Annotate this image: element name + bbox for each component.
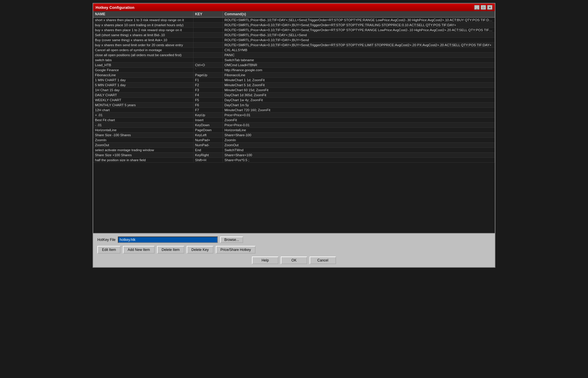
cell-command: ROUTE=SMRTL;Price=Ask+0.10;TIF=DAY+;BUY=… [223, 43, 495, 48]
column-header-command: Command(s) [223, 11, 495, 17]
cell-name: 1H Chart 15 day [93, 88, 193, 93]
table-row[interactable]: Load_HTBCtrl+OOMCmd LoadHTBNR [93, 63, 495, 68]
column-header-key: KEY [193, 11, 223, 17]
table-row[interactable]: Buy (cover same thing) x shares at limit… [93, 38, 495, 43]
cell-command: PANIC [223, 53, 495, 58]
cell-command: Share=Share+100 [223, 153, 495, 158]
delete-item-button[interactable]: Delete Item [157, 246, 184, 254]
cell-name: half the position size in share field [93, 158, 193, 163]
cell-command: ROUTE=SMRTL;Price=Bid-.10;TIF=DAY+;SELL=… [223, 33, 495, 38]
cell-key: Ctrl+O [193, 63, 223, 68]
cell-key [193, 28, 223, 33]
cell-command: MinuteChart 1 1d; ZoomFit [223, 78, 495, 83]
table-row[interactable]: WEEKLY CHARTF5DayChart 1w 4y; ZoomFit [93, 98, 495, 103]
cell-name: ZoomIn [93, 138, 193, 143]
cell-key [193, 17, 223, 23]
cell-command: Price=Price+0.01 [223, 113, 495, 118]
table-row[interactable]: short x shares then place 1 to 3 risk re… [93, 17, 495, 23]
table-row[interactable]: DAILY CHARTF4DayChart 1d 365d; ZoomFit [93, 93, 495, 98]
cell-name: 1 MIN CHART 1 day [93, 78, 193, 83]
cell-command: SwitchTab tabname [223, 58, 495, 63]
title-bar-buttons: _ □ ✕ [474, 5, 492, 10]
table-row[interactable]: HorizontalLinePageDownHorizontalLine [93, 128, 495, 133]
cell-key: ` [193, 68, 223, 73]
cell-key [193, 48, 223, 53]
maximize-button[interactable]: □ [481, 5, 486, 10]
dialog-buttons-row: Help OK Cancel [97, 257, 491, 264]
cell-command: MinuteChart 60 15d; ZoomFit [223, 88, 495, 93]
price-share-hotkey-button[interactable]: Price/Share Hotkey [216, 246, 255, 254]
table-row[interactable]: select activate montage trading windowEn… [93, 148, 495, 153]
cell-command: MinuteChart 5 1d; ZoomFit [223, 83, 495, 88]
table-row[interactable]: Cancel all open orders of symbol in mont… [93, 48, 495, 53]
table-row[interactable]: buy x shares then send limit order for 2… [93, 43, 495, 48]
edit-item-button[interactable]: Edit Item [97, 246, 121, 254]
cell-key: Shift+H [193, 158, 223, 163]
table-row[interactable]: Share Size -100 SharesKeyLeftShare=Share… [93, 133, 495, 138]
cell-key [193, 33, 223, 38]
table-row[interactable]: switch tabsSwitchTab tabname [93, 58, 495, 63]
cell-command: ROUTE=SMRTL;Price=Ask+0.10;TIF=DAY+;BUY=… [223, 38, 495, 43]
column-header-name: NAME [93, 11, 193, 17]
bottom-panel: HotKey File Browse... Edit Item Add New … [93, 233, 495, 267]
cell-name: switch tabs [93, 58, 193, 63]
table-row[interactable]: + .01KeyUpPrice=Price+0.01 [93, 113, 495, 118]
action-buttons-row: Edit Item Add New Item Delete Item Delet… [97, 246, 491, 254]
ok-button[interactable]: OK [281, 257, 307, 264]
cell-key: F3 [193, 88, 223, 93]
cell-name: Google Finance [93, 68, 193, 73]
minimize-button[interactable]: _ [474, 5, 480, 10]
cell-name: FibonacciLine [93, 73, 193, 78]
table-row[interactable]: Sell (short same thing) x shares at limi… [93, 33, 495, 38]
cell-name: Best Fit chart [93, 118, 193, 123]
cell-command: Share=Share-100 [223, 133, 495, 138]
table-row[interactable]: half the position size in share fieldShi… [93, 158, 495, 163]
cell-key [193, 53, 223, 58]
table-row[interactable]: 5 MIN CHART 1 dayF2MinuteChart 5 1d; Zoo… [93, 83, 495, 88]
cell-name: Share Size -100 Shares [93, 133, 193, 138]
table-row[interactable]: 1 MIN CHART 1 dayF1MinuteChart 1 1d; Zoo… [93, 78, 495, 83]
table-row[interactable]: close all open positions (all orders mus… [93, 53, 495, 58]
cell-command: ROUTE=SMRTL;Price=Bid-.10;TIF=DAY+;SELL=… [223, 17, 495, 23]
hotkey-file-input[interactable] [118, 237, 218, 243]
close-button[interactable]: ✕ [487, 5, 492, 10]
table-row[interactable]: ZoomOutNumPad-ZoomOut [93, 143, 495, 148]
table-row[interactable]: Best Fit chartInsertZoomFit [93, 118, 495, 123]
cell-key: End [193, 148, 223, 153]
cell-key: F4 [193, 93, 223, 98]
table-row[interactable]: buy x shares place 10 cent trailing on i… [93, 23, 495, 28]
cell-key: F6 [193, 103, 223, 108]
cell-name: MONTHLY CHART 5 years [93, 103, 193, 108]
delete-key-button[interactable]: Delete Key [187, 246, 213, 254]
table-row[interactable]: 12H chartF7MinuteChart 720 160; ZoomFit [93, 108, 495, 113]
cell-name: Sell (short same thing) x shares at limi… [93, 33, 193, 38]
cell-key: F5 [193, 98, 223, 103]
table-row[interactable]: MONTHLY CHART 5 yearsF6DayChart 1m 5y [93, 103, 495, 108]
table-row[interactable]: FibonacciLinePageUpFibonacciLine [93, 73, 495, 78]
hotkey-file-row: HotKey File Browse... [97, 237, 491, 243]
table-row[interactable]: 1H Chart 15 dayF3MinuteChart 60 15d; Zoo… [93, 88, 495, 93]
table-row[interactable]: - .01KeyDownPrice=Price-0.01 [93, 123, 495, 128]
cell-name: 12H chart [93, 108, 193, 113]
cancel-button[interactable]: Cancel [310, 257, 336, 264]
add-new-item-button[interactable]: Add New Item [123, 246, 154, 254]
cell-name: short x shares then place 1 to 3 risk re… [93, 17, 193, 23]
help-button[interactable]: Help [252, 257, 278, 264]
cell-command: ZoomOut [223, 143, 495, 148]
cell-name: buy x shares then place 1 to 2 risk rewa… [93, 28, 193, 33]
title-bar: Hotkey Configuration _ □ ✕ [93, 4, 495, 11]
cell-name: Buy (cover same thing) x shares at limit… [93, 38, 193, 43]
table-row[interactable]: Google Finance`http://finance.google.com [93, 68, 495, 73]
table-row[interactable]: buy x shares then place 1 to 2 risk rewa… [93, 28, 495, 33]
table-row[interactable]: ZoomInNumPad+ZoomIn [93, 138, 495, 143]
table-header-row: NAME KEY Command(s) [93, 11, 495, 17]
table-row[interactable]: Share Size +100 SharesKeyRightShare=Shar… [93, 153, 495, 158]
window-title: Hotkey Configuration [96, 5, 134, 10]
cell-name: Share Size +100 Shares [93, 153, 193, 158]
cell-key: F1 [193, 78, 223, 83]
cell-command: DayChart 1d 365d; ZoomFit [223, 93, 495, 98]
cell-name: + .01 [93, 113, 193, 118]
cell-command: OMCmd LoadHTBNR [223, 63, 495, 68]
cell-name: Load_HTB [93, 63, 193, 68]
browse-button[interactable]: Browse... [220, 237, 243, 243]
